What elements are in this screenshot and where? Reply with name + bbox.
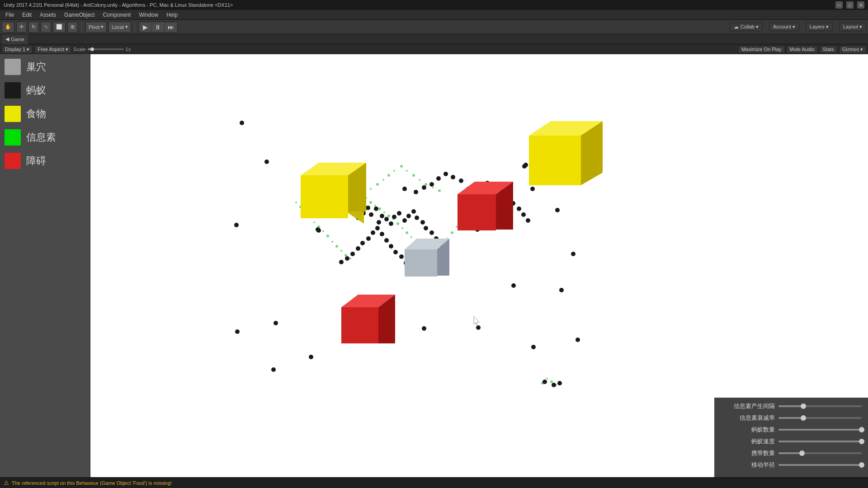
svg-marker-164 — [529, 121, 603, 136]
svg-point-56 — [400, 165, 403, 168]
mute-audio-button[interactable]: Mute Audio — [787, 46, 818, 53]
move-tool[interactable]: ✛ — [16, 22, 27, 33]
svg-point-34 — [460, 219, 462, 222]
svg-point-19 — [392, 218, 394, 220]
svg-point-46 — [331, 241, 333, 243]
svg-point-14 — [369, 201, 372, 204]
minimize-button[interactable]: ─ — [835, 1, 843, 9]
svg-point-28 — [433, 252, 435, 254]
rect-tool[interactable]: ⬜ — [53, 22, 66, 33]
pivot-button[interactable]: Pivot ▾ — [85, 22, 107, 33]
slider-label-ant-count: 蚂蚁数量 — [721, 426, 775, 434]
svg-point-94 — [429, 230, 434, 235]
pivot-label: Pivot — [89, 24, 99, 30]
gizmos-button[interactable]: Gizmos ▾ — [839, 46, 866, 53]
slider-ant-count[interactable] — [778, 429, 862, 431]
menu-file[interactable]: File — [2, 11, 18, 19]
scale-tool[interactable]: ⤡ — [41, 22, 51, 33]
layers-button[interactable]: Layers ▾ — [806, 23, 833, 31]
play-controls: ▶ ⏸ ⏭ — [139, 22, 178, 33]
menu-component[interactable]: Component — [99, 11, 134, 19]
maximize-on-play-button[interactable]: Maximize On Play — [738, 46, 785, 53]
aspect-label: Free Aspect — [38, 47, 64, 52]
scale-value: 1x — [126, 47, 131, 52]
pause-button[interactable]: ⏸ — [152, 22, 165, 32]
slider-pheromone-decay[interactable] — [778, 417, 862, 419]
game-tab[interactable]: ◀ Game — [2, 34, 28, 44]
svg-point-53 — [382, 179, 384, 181]
svg-point-67 — [240, 121, 244, 125]
stats-button[interactable]: Stats — [820, 46, 837, 53]
layout-button[interactable]: Layout ▾ — [839, 23, 866, 31]
svg-point-59 — [419, 179, 420, 181]
svg-point-25 — [420, 245, 421, 247]
slider-move-radius[interactable] — [778, 464, 862, 466]
collab-button[interactable]: ☁ Collab ▾ — [730, 23, 763, 31]
menu-gameobject[interactable]: GameObject — [61, 11, 98, 19]
local-button[interactable]: Local ▾ — [108, 22, 131, 33]
svg-point-96 — [439, 243, 443, 247]
slider-overlay-panel: 信息素产生间隔 信息素衰减率 蚂蚁数量 — [714, 398, 868, 477]
main-toolbar: ✋ ✛ ↻ ⤡ ⬜ ⊞ Pivot ▾ Local ▾ ▶ ⏸ ⏭ ☁ Coll… — [0, 20, 868, 34]
display-selector[interactable]: Display 1 ▾ — [2, 46, 33, 53]
svg-point-122 — [429, 182, 434, 187]
multi-tool[interactable]: ⊞ — [67, 22, 78, 33]
legend-color-obstacle — [5, 153, 21, 169]
svg-point-120 — [414, 190, 418, 194]
svg-point-32 — [451, 231, 453, 234]
svg-point-150 — [422, 326, 426, 331]
collab-icon: ☁ — [734, 24, 739, 30]
svg-point-40 — [304, 211, 306, 212]
svg-point-44 — [322, 230, 324, 232]
svg-point-116 — [350, 252, 355, 256]
close-button[interactable]: ✕ — [857, 1, 864, 9]
gizmos-label: Gizmos ▾ — [842, 47, 863, 52]
svg-point-137 — [526, 218, 530, 223]
slider-pheromone-interval[interactable] — [778, 405, 862, 407]
menu-assets[interactable]: Assets — [36, 11, 60, 19]
menu-edit[interactable]: Edit — [19, 11, 35, 19]
svg-point-52 — [376, 183, 379, 186]
svg-marker-161 — [301, 163, 366, 175]
svg-point-16 — [378, 207, 381, 210]
maximize-button[interactable]: □ — [846, 1, 854, 9]
svg-point-3 — [320, 191, 322, 193]
svg-point-134 — [511, 201, 515, 206]
slider-label-ant-speed: 蚂蚁速度 — [721, 437, 775, 446]
svg-point-85 — [389, 221, 393, 226]
ant-dots — [234, 121, 580, 387]
menu-window[interactable]: Window — [135, 11, 162, 19]
svg-point-91 — [415, 216, 419, 220]
menu-help[interactable]: Help — [163, 11, 181, 19]
svg-point-153 — [576, 338, 580, 342]
separator-1 — [81, 23, 82, 32]
slider-ant-speed[interactable] — [778, 441, 862, 442]
svg-point-24 — [415, 240, 417, 243]
svg-marker-168 — [496, 182, 513, 230]
svg-point-148 — [559, 288, 564, 292]
account-button[interactable]: Account ▾ — [769, 23, 799, 31]
svg-point-130 — [485, 181, 490, 185]
svg-point-87 — [397, 211, 401, 216]
svg-marker-174 — [437, 239, 449, 276]
legend-color-ant — [5, 82, 21, 99]
svg-point-17 — [383, 211, 385, 213]
svg-point-73 — [316, 227, 320, 232]
aspect-selector[interactable]: Free Aspect ▾ — [34, 46, 71, 53]
scale-slider[interactable] — [88, 48, 124, 50]
svg-point-36 — [469, 206, 472, 208]
slider-carry-count[interactable] — [778, 452, 862, 454]
svg-point-66 — [555, 384, 557, 386]
svg-point-139 — [522, 164, 527, 169]
svg-point-115 — [356, 246, 360, 251]
hand-tool[interactable]: ✋ — [2, 22, 14, 33]
svg-point-76 — [350, 209, 355, 214]
maximize-label: Maximize On Play — [741, 47, 782, 52]
rotate-tool[interactable]: ↻ — [28, 22, 39, 33]
play-button[interactable]: ▶ — [139, 22, 152, 32]
legend-item-food: 食物 — [5, 106, 85, 122]
status-bar: ⚠ The referenced script on this Behaviou… — [0, 477, 868, 488]
food-cube-left — [301, 163, 366, 224]
svg-point-112 — [371, 230, 375, 235]
step-button[interactable]: ⏭ — [165, 22, 177, 32]
